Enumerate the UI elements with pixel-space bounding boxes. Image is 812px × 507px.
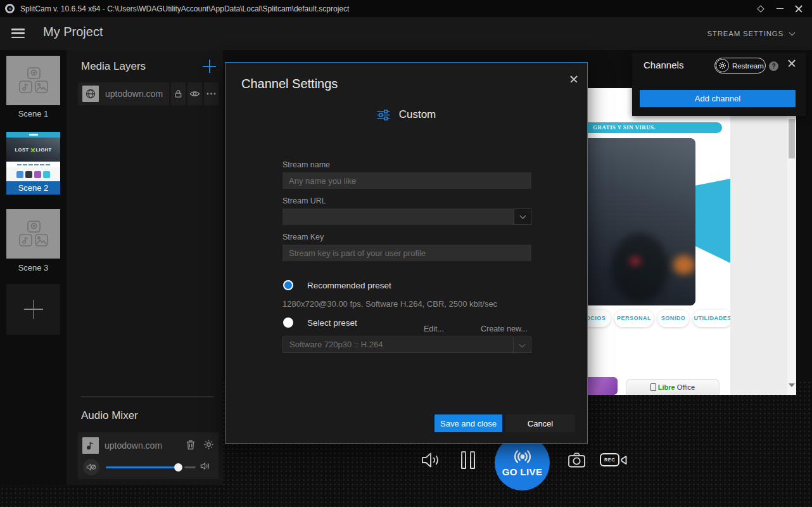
create-new-preset-link[interactable]: Create new... xyxy=(481,324,528,333)
audio-mixer-item: uptodown.com xyxy=(78,432,219,479)
stream-settings-dropdown[interactable]: STREAM SETTINGS xyxy=(707,30,794,37)
scene-placeholder-icon xyxy=(19,67,48,94)
globe-icon xyxy=(85,88,96,99)
media-layers-panel: Media Layers uptodown.com xyxy=(67,50,223,485)
stream-settings-label: STREAM SETTINGS xyxy=(707,30,783,37)
pin-icon xyxy=(757,5,764,12)
channel-type-label: Custom xyxy=(399,108,436,121)
close-button[interactable] xyxy=(789,0,808,17)
audio-source-tile xyxy=(82,437,99,454)
cancel-button[interactable]: Cancel xyxy=(505,414,575,432)
pause-icon xyxy=(470,451,475,469)
libreoffice-card: LibreOffice xyxy=(626,379,720,395)
app-header: My Project STREAM SETTINGS xyxy=(0,17,812,50)
scene-2-thumb-header xyxy=(6,132,60,138)
scene-3-thumbnail[interactable] xyxy=(6,209,60,259)
splitcam-logo-icon xyxy=(5,4,15,13)
layer-more-button[interactable] xyxy=(204,82,219,105)
help-button[interactable]: ? xyxy=(769,61,778,71)
add-channel-button[interactable]: Add channel xyxy=(640,90,796,107)
stream-key-input[interactable] xyxy=(282,245,531,261)
restream-gear-badge xyxy=(716,59,729,72)
add-scene-button[interactable] xyxy=(6,284,60,335)
scene-placeholder-icon xyxy=(19,221,48,247)
layer-visibility-button[interactable] xyxy=(187,82,202,105)
pin-on-top-button[interactable] xyxy=(751,0,770,17)
scene-2-thumb-nav xyxy=(6,162,60,167)
channels-title: Channels xyxy=(644,60,683,70)
title-bar: SplitCam v. 10.6.54 x64 - C:\Users\WDAGU… xyxy=(0,0,812,17)
broadcast-icon xyxy=(508,449,537,465)
stream-url-label: Stream URL xyxy=(282,196,326,205)
scrollbar-thumb xyxy=(789,119,795,158)
game-logo-x-icon xyxy=(30,148,35,152)
volume-slider-handle[interactable] xyxy=(174,463,182,472)
panel-divider xyxy=(81,396,214,397)
music-note-icon xyxy=(86,440,96,451)
splitcam-window: SplitCam v. 10.6.54 x64 - C:\Users\WDAGU… xyxy=(0,0,812,507)
restream-button[interactable]: Restream xyxy=(714,58,766,74)
media-layers-title: Media Layers xyxy=(81,60,146,73)
go-live-button[interactable]: GO LIVE xyxy=(495,435,550,491)
window-controls xyxy=(751,0,808,17)
save-and-close-button[interactable]: Save and close xyxy=(435,414,502,432)
modal-close-button[interactable] xyxy=(568,73,573,78)
chevron-down-icon xyxy=(519,212,526,219)
scene-sidebar: Scene 1 LOST LIGHT Scene 2 Scene 3 xyxy=(0,50,67,485)
stream-name-input[interactable] xyxy=(282,172,531,189)
lock-layer-button[interactable] xyxy=(171,82,186,105)
stream-url-dropdown-button[interactable] xyxy=(514,209,531,225)
record-camera-icon xyxy=(621,455,627,465)
minimize-button[interactable] xyxy=(770,0,789,17)
plus-icon xyxy=(24,300,43,319)
category-pill: SONIDO xyxy=(657,310,689,327)
speaker-muted-icon xyxy=(86,463,96,472)
channel-type-header: Custom xyxy=(225,108,587,121)
stream-name-label: Stream name xyxy=(282,160,330,169)
mute-button[interactable] xyxy=(83,459,99,475)
stream-url-field xyxy=(282,209,531,225)
media-layer-row[interactable]: uptodown.com xyxy=(78,82,219,105)
stream-name-field xyxy=(282,172,531,189)
restream-label: Restream xyxy=(732,62,764,70)
chevron-down-icon xyxy=(519,341,526,347)
audio-settings-button[interactable] xyxy=(203,439,214,452)
scene-2-label-selected[interactable]: Scene 2 xyxy=(6,181,60,195)
document-icon xyxy=(650,383,656,391)
media-layer-item[interactable]: uptodown.com xyxy=(78,82,169,105)
channels-panel: Channels Restream ? Add channel xyxy=(632,53,806,116)
snapshot-button[interactable] xyxy=(568,451,586,471)
window-title: SplitCam v. 10.6.54 x64 - C:\Users\WDAGU… xyxy=(20,4,349,13)
scene-2-thumb-body xyxy=(6,167,60,181)
lock-icon xyxy=(174,89,183,99)
scene-3-label: Scene 3 xyxy=(0,263,67,273)
menu-button[interactable] xyxy=(11,29,25,38)
web-layer-tile xyxy=(82,86,99,102)
select-preset-label[interactable]: Select preset xyxy=(307,318,357,328)
volume-track-empty[interactable] xyxy=(184,466,196,468)
edit-preset-link[interactable]: Edit... xyxy=(424,324,444,333)
volume-track-filled[interactable] xyxy=(106,466,178,468)
scene-1-thumbnail[interactable] xyxy=(6,56,60,105)
recommended-preset-radio[interactable] xyxy=(283,280,293,290)
cyan-ribbon-graphic xyxy=(695,179,730,263)
preset-dropdown-value: Software 720p30 :: H.264 xyxy=(283,337,513,352)
preset-dropdown[interactable]: Software 720p30 :: H.264 xyxy=(282,337,531,353)
category-pill: PERSONAL xyxy=(614,310,654,327)
more-icon xyxy=(206,93,216,95)
eye-icon xyxy=(189,89,200,99)
pause-button[interactable] xyxy=(461,451,475,469)
poster-red-glow xyxy=(630,257,640,265)
stream-key-field xyxy=(282,245,531,261)
stream-url-input[interactable] xyxy=(282,209,514,225)
master-audio-button[interactable] xyxy=(421,451,441,472)
preset-dropdown-button[interactable] xyxy=(513,337,531,354)
scene-2-thumbnail[interactable]: LOST LIGHT xyxy=(6,132,60,181)
recommended-preset-label[interactable]: Recommended preset xyxy=(307,281,391,290)
gear-icon xyxy=(718,61,726,70)
record-button[interactable]: REC xyxy=(600,453,627,466)
scene-1-label: Scene 1 xyxy=(0,109,67,119)
delete-audio-source-button[interactable] xyxy=(186,439,196,453)
close-icon xyxy=(795,5,802,13)
select-preset-radio[interactable] xyxy=(283,318,293,328)
